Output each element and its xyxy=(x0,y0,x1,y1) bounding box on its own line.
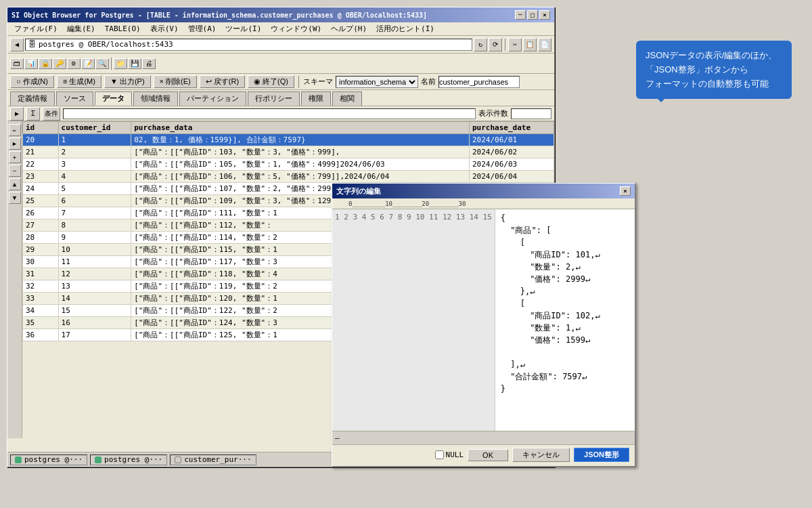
tab-data[interactable]: データ xyxy=(95,91,132,106)
tb1[interactable]: 🗃 xyxy=(10,58,24,69)
cell-customer-id[interactable]: 10 xyxy=(58,244,131,256)
tab-privileges[interactable]: 権限 xyxy=(301,91,331,106)
tb3[interactable]: 🔒 xyxy=(39,58,52,69)
back-button[interactable]: ◀ xyxy=(10,38,24,51)
paste-btn[interactable]: 📄 xyxy=(538,38,551,51)
menu-view[interactable]: 表示(V) xyxy=(146,23,183,35)
tb7[interactable]: 🔍 xyxy=(95,58,109,69)
dialog-close-button[interactable]: × xyxy=(620,186,631,196)
tab-space[interactable]: 領域情報 xyxy=(133,91,178,106)
refresh-btn[interactable]: ↻ xyxy=(474,38,487,51)
cell-id[interactable]: 27 xyxy=(23,219,59,232)
tb4[interactable]: 🔑 xyxy=(53,58,66,69)
cell-customer-id[interactable]: 15 xyxy=(58,305,131,317)
delete-action[interactable]: × 削除(E) xyxy=(154,75,197,88)
cell-purchase-date[interactable]: 2024/06/01 xyxy=(469,134,554,146)
menu-manage[interactable]: 管理(A) xyxy=(184,23,221,35)
cell-purchase-data[interactable]: ["商品"：[["商品ID"：105, "数量"：1, "価格"：4999]20… xyxy=(131,158,470,171)
cell-purchase-data[interactable]: 02, 数量：1, 価格：1599}], 合計金額：7597} xyxy=(131,134,470,146)
col-header-customer-id[interactable]: customer_id xyxy=(58,122,131,134)
cell-purchase-date[interactable]: 2024/06/04 xyxy=(469,171,554,183)
close-button[interactable]: × xyxy=(539,10,550,20)
cell-customer-id[interactable]: 12 xyxy=(58,268,131,280)
cell-id[interactable]: 36 xyxy=(23,329,59,341)
tab-source[interactable]: ソース xyxy=(56,91,93,106)
cell-purchase-date[interactable]: 2024/06/02 xyxy=(469,146,554,158)
tb6[interactable]: 📝 xyxy=(81,58,95,69)
minimize-button[interactable]: ─ xyxy=(515,10,526,20)
name-input[interactable] xyxy=(438,76,520,88)
filter-input[interactable] xyxy=(63,108,476,119)
cell-id[interactable]: 20 xyxy=(23,134,59,146)
code-content[interactable]: { "商品": [ [ "商品ID": 101,↵ "数量": 2,↵ "価格"… xyxy=(495,209,635,431)
cell-id[interactable]: 35 xyxy=(23,317,59,329)
menu-window[interactable]: ウィンドウ(W) xyxy=(267,23,325,35)
cell-id[interactable]: 22 xyxy=(23,158,59,171)
table-row[interactable]: 223["商品"：[["商品ID"：105, "数量"：1, "価格"：4999… xyxy=(23,158,554,171)
cell-id[interactable]: 25 xyxy=(23,195,59,207)
left-icon-minus[interactable]: − xyxy=(9,165,21,177)
cell-id[interactable]: 29 xyxy=(23,244,59,256)
cell-customer-id[interactable]: 2 xyxy=(58,146,131,158)
cell-customer-id[interactable]: 6 xyxy=(58,195,131,207)
play-btn[interactable]: ▶ xyxy=(10,107,24,121)
cell-id[interactable]: 26 xyxy=(23,207,59,219)
output-action[interactable]: ▼ 出力(P) xyxy=(104,75,151,88)
tb9[interactable]: 💾 xyxy=(128,58,141,69)
menu-hints[interactable]: 活用のヒント(I) xyxy=(372,23,438,35)
new-action[interactable]: ○ 作成(N) xyxy=(10,75,54,88)
generate-action[interactable]: ≡ 生成(M) xyxy=(57,75,102,88)
cell-customer-id[interactable]: 11 xyxy=(58,256,131,268)
left-icon-edit[interactable]: ✏ xyxy=(9,124,21,136)
tb5[interactable]: ⚙ xyxy=(67,58,81,69)
table-row[interactable]: 20102, 数量：1, 価格：1599}], 合計金額：7597}2024/0… xyxy=(23,134,554,146)
nav-btn[interactable]: ⟳ xyxy=(489,38,502,51)
cell-id[interactable]: 30 xyxy=(23,256,59,268)
dialog-content[interactable]: 1 2 3 4 5 6 7 8 9 10 11 12 13 14 15 { "商… xyxy=(332,209,635,431)
cell-purchase-date[interactable]: 2024/06/03 xyxy=(469,158,554,171)
cell-customer-id[interactable]: 5 xyxy=(58,183,131,195)
cell-id[interactable]: 21 xyxy=(23,146,59,158)
menu-edit[interactable]: 編集(E) xyxy=(63,23,99,35)
tb8[interactable]: 📁 xyxy=(114,58,127,69)
tb2[interactable]: 📊 xyxy=(24,58,38,69)
tab-correlation[interactable]: 相関 xyxy=(332,91,362,106)
null-checkbox[interactable] xyxy=(435,450,444,459)
table-row[interactable]: 234["商品"：[["商品ID"：106, "数量"：5, "価格"：799]… xyxy=(23,171,554,183)
cell-id[interactable]: 33 xyxy=(23,293,59,305)
col-header-id[interactable]: id xyxy=(23,122,59,134)
cell-customer-id[interactable]: 13 xyxy=(58,280,131,293)
json-format-button[interactable]: JSON整形 xyxy=(574,448,629,462)
cell-id[interactable]: 34 xyxy=(23,305,59,317)
address-bar[interactable]: 🗄 postgres @ OBER/localhost:5433 xyxy=(25,39,472,51)
cell-customer-id[interactable]: 14 xyxy=(58,293,131,305)
menu-file[interactable]: ファイル(F) xyxy=(10,23,62,35)
cell-customer-id[interactable]: 7 xyxy=(58,207,131,219)
cell-id[interactable]: 32 xyxy=(23,280,59,293)
cell-customer-id[interactable]: 1 xyxy=(58,134,131,146)
tab-policy[interactable]: 行ポリシー xyxy=(248,91,300,106)
revert-action[interactable]: ↩ 戻す(R) xyxy=(200,75,245,88)
tab-definition[interactable]: 定義情報 xyxy=(10,91,55,106)
table-row[interactable]: 212["商品"：[["商品ID"：103, "数量"：3, "価格"：999]… xyxy=(23,146,554,158)
left-icon-up[interactable]: ▲ xyxy=(9,178,21,190)
cancel-button[interactable]: キャンセル xyxy=(512,448,570,462)
copy-btn[interactable]: 📋 xyxy=(523,38,537,51)
cell-customer-id[interactable]: 3 xyxy=(58,158,131,171)
left-icon-play[interactable]: ▶ xyxy=(9,137,21,150)
cell-customer-id[interactable]: 16 xyxy=(58,317,131,329)
cell-id[interactable]: 23 xyxy=(23,171,59,183)
schema-select[interactable]: information_schema xyxy=(336,76,418,88)
menu-help[interactable]: ヘルプ(H) xyxy=(327,23,371,35)
left-icon-add[interactable]: + xyxy=(9,151,21,163)
count-input[interactable] xyxy=(511,108,551,119)
tb10[interactable]: 🖨 xyxy=(142,58,156,69)
cell-customer-id[interactable]: 8 xyxy=(58,219,131,232)
col-header-purchase-data[interactable]: purchase_data xyxy=(131,122,470,134)
condition-btn[interactable]: 条件 xyxy=(43,107,60,121)
cell-customer-id[interactable]: 4 xyxy=(58,171,131,183)
ok-button[interactable]: OK xyxy=(468,449,508,461)
menu-table[interactable]: TABLE(O) xyxy=(101,24,145,34)
cell-id[interactable]: 24 xyxy=(23,183,59,195)
col-header-purchase-date[interactable]: purchase_date xyxy=(469,122,554,134)
